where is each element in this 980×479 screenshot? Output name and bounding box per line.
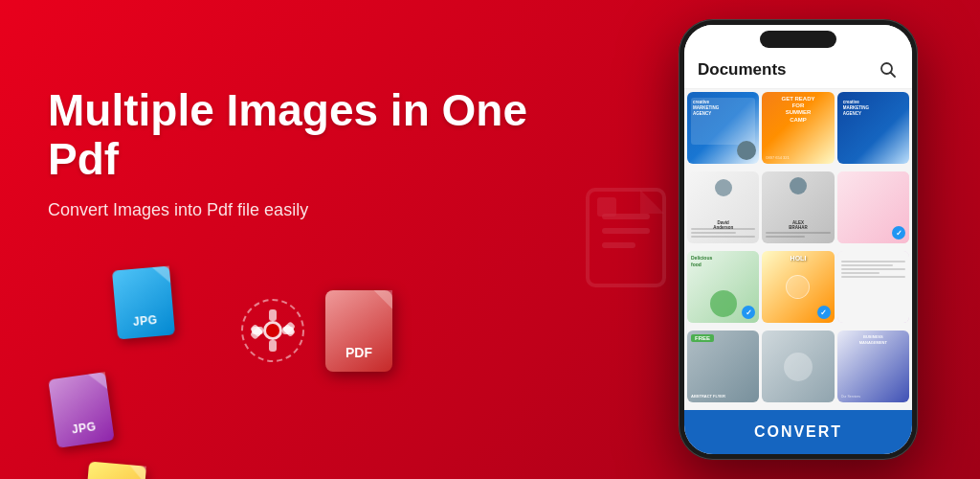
- grid-item[interactable]: creativeMARKETINGAGENCY: [687, 92, 759, 164]
- documents-title: Documents: [698, 60, 787, 80]
- grid-item[interactable]: creativeMARKETINGAGENCY: [837, 92, 909, 164]
- search-icon[interactable]: [878, 59, 899, 80]
- subtitle: Convert Images into Pdf file easily: [48, 200, 597, 220]
- svg-rect-2: [269, 309, 277, 321]
- phone-section: Documents creativeMARKETINGAGENCY: [645, 0, 951, 479]
- jpg-purple-icon: JPG: [48, 372, 114, 448]
- grid-item[interactable]: [837, 251, 909, 323]
- left-section: Multiple Images in One Pdf Convert Image…: [0, 48, 645, 431]
- grid-item[interactable]: FREE ABSTRACT FLYER: [687, 331, 759, 402]
- jpg-blue-icon: JPG: [112, 266, 175, 340]
- phone-mockup: Documents creativeMARKETINGAGENCY: [679, 19, 918, 460]
- main-title: Multiple Images in One Pdf: [48, 86, 597, 183]
- phone-header: Documents: [684, 52, 912, 89]
- grid-item[interactable]: DavidAnderson: [687, 171, 759, 243]
- grid-item[interactable]: [762, 331, 834, 402]
- grid-item[interactable]: GET READY FORSUMMERCAMP 0897 654 321: [762, 92, 834, 164]
- jpg-yellow-icon: JPG: [83, 462, 146, 479]
- phone-notch: [760, 31, 836, 48]
- svg-rect-3: [269, 340, 277, 352]
- pdf-icon: PDF: [325, 290, 392, 372]
- icons-row: JPG JPG JPG PNG: [48, 268, 597, 393]
- file-icons-group: JPG JPG JPG PNG: [48, 268, 220, 393]
- grid-item[interactable]: ✓: [837, 171, 909, 243]
- gear-icon: [234, 292, 311, 369]
- convert-button[interactable]: CONVERT: [684, 410, 912, 454]
- grid-item[interactable]: BUSINESSMANAGEMENT Our Services: [837, 331, 909, 402]
- grid-item[interactable]: ALEXBRAHAR: [762, 171, 834, 243]
- image-grid: creativeMARKETINGAGENCY GET READY FORSUM…: [684, 89, 912, 410]
- phone-screen: Documents creativeMARKETINGAGENCY: [684, 25, 912, 454]
- svg-line-17: [891, 73, 896, 78]
- grid-item[interactable]: HOLI ✓: [762, 251, 834, 323]
- svg-point-10: [266, 324, 279, 337]
- grid-item[interactable]: Deliciousfood ✓: [687, 251, 759, 323]
